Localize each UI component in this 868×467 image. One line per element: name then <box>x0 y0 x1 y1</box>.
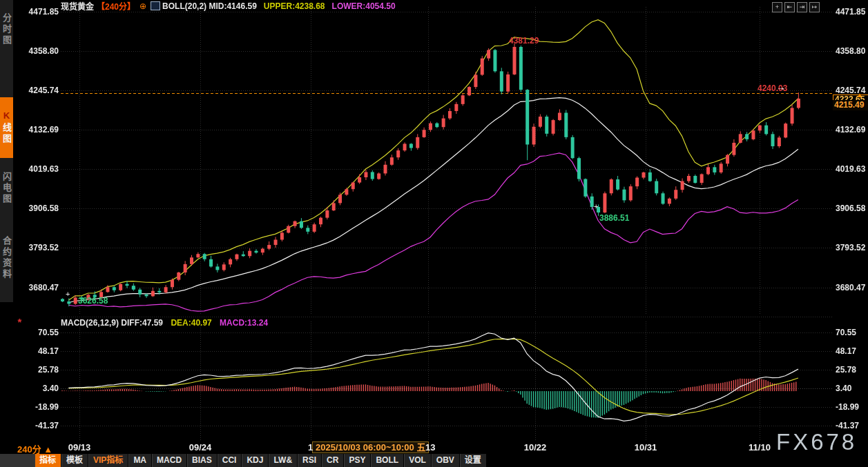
chart-header: 现货黄金 【240分】 ⊕ BOLL(20,2) MID:4146.59 UPP… <box>61 1 396 11</box>
date-label: 10/22 <box>524 442 547 453</box>
toolbar-button-RSI[interactable]: RSI <box>298 454 322 467</box>
axis-label: 4471.85 <box>836 7 865 17</box>
price-up-arrow-icon: ▲ <box>856 91 863 99</box>
peak-high-label: 4381.29 <box>509 36 539 46</box>
symbol-name: 现货黄金 <box>61 0 94 12</box>
axis-label: 70.55 <box>836 328 856 337</box>
indicator-toolbar: 指标模板VIP指标MAMACDBIASCCIKDJLW&RSICRPSYBOLL… <box>0 454 487 467</box>
chart-app: 分时图K线图闪电图合约资料 现货黄金 【240分】 ⊕ BOLL(20,2) M… <box>0 0 868 467</box>
sidebar-tab[interactable]: 分时图 <box>0 3 13 57</box>
axis-label: 3.40 <box>23 384 59 393</box>
axis-label: 48.17 <box>836 346 856 356</box>
toolbar-button-BIAS[interactable]: BIAS <box>187 454 218 467</box>
axis-label: 4471.85 <box>23 7 59 17</box>
toolbar-button-MACD[interactable]: MACD <box>152 454 187 467</box>
toolbar-corner <box>0 454 35 467</box>
toolbar-button-VOL[interactable]: VOL <box>404 454 432 467</box>
axis-label: 3793.52 <box>23 243 59 252</box>
chart-toolbar-topright: +⇤⇥↦ <box>772 2 820 12</box>
boll-upper-value: UPPER:4238.68 <box>264 1 325 11</box>
toolbar-button-CCI[interactable]: CCI <box>218 454 242 467</box>
date-label: 1 <box>308 442 313 453</box>
indicator-settings-icon[interactable]: * <box>15 317 25 327</box>
macd-diff-value: MACD(26,12,9) DIFF:47.59 <box>61 318 163 328</box>
axis-label: 70.55 <box>23 328 59 337</box>
toolbar-button-设置[interactable]: 设置 <box>460 454 487 467</box>
axis-label: 3906.58 <box>836 203 865 213</box>
swing-low-label: 3886.51 <box>599 213 629 223</box>
sidebar-tab[interactable]: 闪电图 <box>0 161 13 216</box>
axis-label: 4019.63 <box>836 164 865 174</box>
period-low-label: 3626.58 <box>78 296 108 306</box>
toolbar-button-指标[interactable]: 指标 <box>35 454 61 467</box>
axis-label: 4132.69 <box>836 125 865 135</box>
date-label: 11/10 <box>749 442 771 453</box>
axis-label: -41.37 <box>23 421 59 430</box>
sidebar-tab[interactable]: 合约资料 <box>0 218 13 298</box>
axis-label: 25.78 <box>836 365 856 375</box>
axis-label: 4245.74 <box>23 86 59 95</box>
axis-label: 4358.80 <box>23 46 59 56</box>
go-to-latest-icon[interactable]: ↦ <box>809 2 820 12</box>
axis-label: 3.40 <box>836 384 851 393</box>
date-label: 13 <box>425 442 435 453</box>
toolbar-button-KDJ[interactable]: KDJ <box>242 454 269 467</box>
price-chart-canvas[interactable] <box>0 0 868 467</box>
macd-macd-value: MACD:13.24 <box>220 318 268 328</box>
axis-label: 4019.63 <box>23 164 59 174</box>
hover-date-tooltip: 2025/10/03 06:00~10:00 五 <box>312 441 429 453</box>
axis-label: 4358.80 <box>836 46 865 56</box>
chart-type-sidebar: 分时图K线图闪电图合约资料 <box>0 0 13 302</box>
date-label: 10/31 <box>635 442 657 453</box>
axis-label: 3680.47 <box>836 283 865 292</box>
pan-left-icon[interactable]: ⇤ <box>784 2 795 12</box>
boll-lower-value: LOWER:4054.50 <box>332 1 396 11</box>
toolbar-button-BOLL[interactable]: BOLL <box>371 454 404 467</box>
low-marker: + <box>594 202 598 210</box>
date-label: 09/13 <box>68 442 91 453</box>
macd-header: MACD(26,12,9) DIFF:47.59 DEA:40.97 MACD:… <box>61 318 268 328</box>
crosshair-tool-icon[interactable]: + <box>772 2 782 12</box>
date-label: 09/24 <box>189 442 212 453</box>
axis-label: 4132.69 <box>23 125 59 135</box>
pan-right-icon[interactable]: ⇥ <box>797 2 807 12</box>
date-axis: 240分 ▲ 2025/10/03 06:00~10:00 五 09/1309/… <box>0 442 868 454</box>
axis-label: 3906.58 <box>23 203 59 213</box>
boll-mid-value: BOLL(20,2) MID:4146.59 <box>162 1 257 11</box>
axis-label: 25.78 <box>23 365 59 375</box>
toolbar-button-OBV[interactable]: OBV <box>432 454 460 467</box>
period-label: 【240分】 <box>97 0 135 12</box>
toolbar-button-MA[interactable]: MA <box>128 454 152 467</box>
sidebar-tab[interactable]: K线图 <box>0 97 13 158</box>
toolbar-button-VIP指标[interactable]: VIP指标 <box>88 454 128 467</box>
previous-price-tag: 4215.49 <box>833 100 868 110</box>
macd-dea-value: DEA:40.97 <box>171 318 211 328</box>
toolbar-button-PSY[interactable]: PSY <box>344 454 371 467</box>
toolbar-button-LW&[interactable]: LW& <box>269 454 298 467</box>
axis-label: 48.17 <box>23 346 59 356</box>
toolbar-button-模板[interactable]: 模板 <box>61 454 88 467</box>
axis-label: 3793.52 <box>836 243 865 252</box>
axis-label: 3680.47 <box>23 283 59 292</box>
low-marker: + <box>66 290 70 298</box>
axis-label: -18.99 <box>836 402 859 412</box>
axis-label: -18.99 <box>23 402 59 412</box>
boll-indicator-icon <box>151 1 160 10</box>
last-price-arrow-icon: → <box>776 81 786 92</box>
add-indicator-icon[interactable]: ⊕ <box>139 1 146 11</box>
toolbar-button-CR[interactable]: CR <box>322 454 344 467</box>
